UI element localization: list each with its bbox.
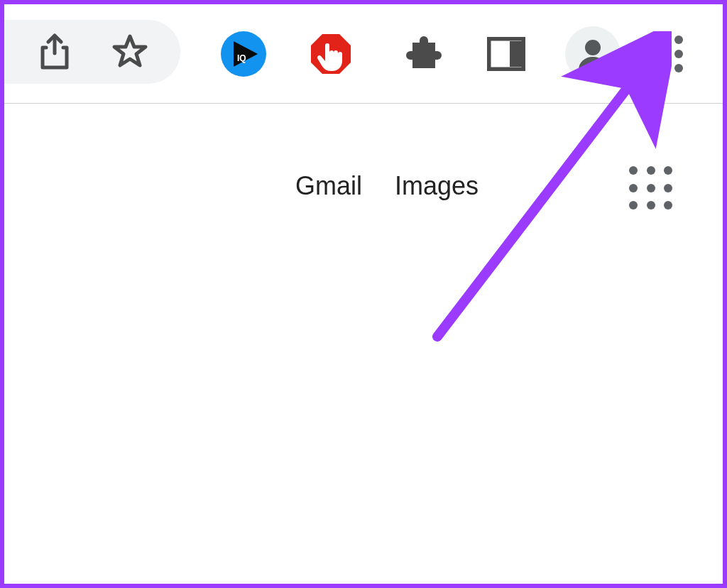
svg-rect-5 (510, 41, 522, 67)
bookmark-button[interactable] (110, 32, 150, 72)
google-apps-button[interactable] (629, 166, 674, 212)
images-link[interactable]: Images (395, 171, 479, 201)
apps-grid-dot (629, 201, 638, 209)
iq-extension-button[interactable]: IQ (219, 29, 268, 79)
svg-point-9 (674, 64, 683, 72)
svg-point-7 (674, 36, 683, 44)
star-icon (111, 33, 148, 70)
apps-grid-dot (629, 166, 638, 175)
side-panel-icon (487, 37, 525, 71)
apps-grid-dot (647, 201, 655, 209)
apps-grid-dot (664, 184, 672, 192)
side-panel-button[interactable] (481, 29, 531, 79)
svg-point-6 (585, 40, 601, 55)
address-bar-actions-pill (4, 20, 180, 84)
share-icon (38, 33, 71, 70)
gmail-link[interactable]: Gmail (295, 171, 362, 201)
page-content: Gmail Images (4, 104, 723, 584)
apps-grid-dot (647, 166, 655, 175)
profile-avatar-icon (574, 36, 611, 72)
extensions-button[interactable] (398, 29, 447, 79)
annotated-screenshot-frame: IQ (0, 0, 727, 588)
three-dot-menu-icon (674, 34, 684, 74)
apps-grid-dot (647, 184, 655, 192)
svg-point-8 (674, 50, 683, 58)
chrome-menu-button[interactable] (659, 34, 699, 74)
apps-grid-dot (664, 166, 672, 175)
iq-extension-icon: IQ (221, 31, 266, 77)
adblock-hand-icon (308, 31, 354, 77)
apps-grid-dot (629, 184, 638, 192)
svg-text:IQ: IQ (237, 53, 246, 63)
profile-button[interactable] (565, 26, 621, 82)
apps-grid-dot (664, 201, 672, 209)
adblock-extension-button[interactable] (306, 29, 356, 79)
google-header-links: Gmail Images (295, 171, 479, 201)
puzzle-piece-icon (403, 34, 442, 74)
browser-toolbar: IQ (4, 4, 723, 104)
share-button[interactable] (35, 32, 75, 72)
